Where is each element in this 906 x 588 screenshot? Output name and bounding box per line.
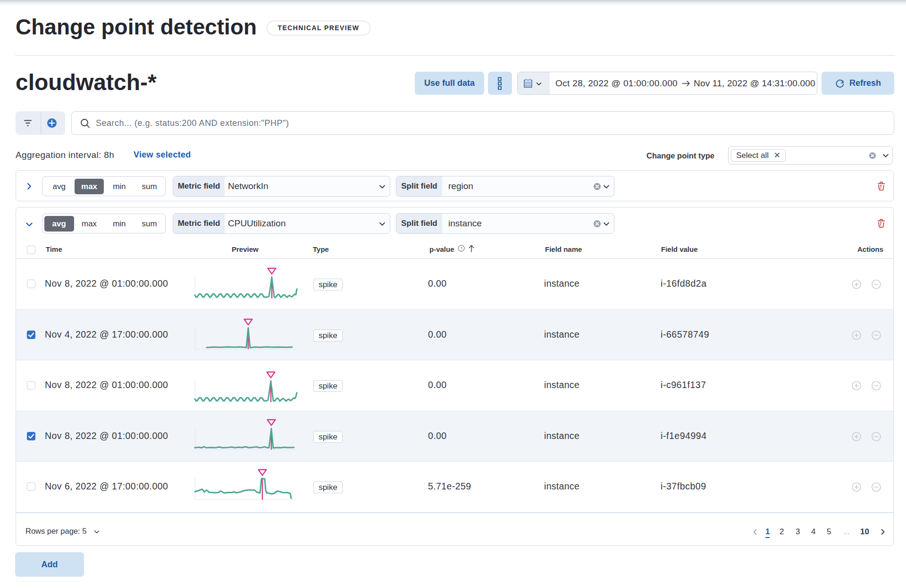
svg-text:?: ? [460, 246, 462, 251]
